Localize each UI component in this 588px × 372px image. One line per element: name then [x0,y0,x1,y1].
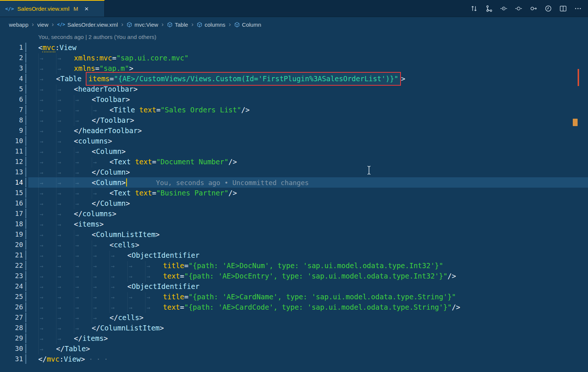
line-number[interactable]: 1 [0,42,24,53]
line-number[interactable]: 29 [0,333,24,343]
code-line-18[interactable]: 18→→<items> [0,219,588,229]
line-number[interactable]: 8 [0,115,24,125]
code-line-31[interactable]: 31</mvc:View>··· [0,354,588,364]
gutter-change-indicator [24,271,28,281]
code-line-24[interactable]: 24→→→→→<ObjectIdentifier [0,281,588,292]
tab-whitespace-arrow: → [145,303,163,313]
breadcrumb-item-columns[interactable]: columns [197,22,225,28]
line-number[interactable]: 11 [0,146,24,157]
line-number[interactable]: 5 [0,84,24,94]
code-line-16[interactable]: 16→→→</Column> [0,198,588,208]
line-number[interactable]: 23 [0,271,24,281]
code-token: title [163,261,184,270]
code-line-29[interactable]: 29→→</items> [0,333,588,343]
tab-whitespace-arrow: → [38,53,56,64]
toggle-file-blame-icon[interactable] [500,4,508,13]
code-line-28[interactable]: 28→→→</ColumnListItem> [0,323,588,333]
line-number[interactable]: 6 [0,94,24,105]
code-line-9[interactable]: 9→→</headerToolbar> [0,125,588,136]
line-number[interactable]: 13 [0,167,24,177]
code-line-6[interactable]: 6→→→<Toolbar> [0,94,588,105]
code-token: < [92,178,96,187]
line-number[interactable]: 21 [0,250,24,260]
toggle-file-heatmap-icon[interactable] [514,4,523,13]
code-line-11[interactable]: 11→→→<Column> [0,146,588,157]
breadcrumb-item-salesorder-view-xml[interactable]: </>SalesOrder.view.xml [57,22,118,28]
code-line-2[interactable]: 2→→xmlns:mvc="sap.ui.core.mvc" [0,53,588,63]
line-number[interactable]: 3 [0,63,24,73]
tab-whitespace-arrow: → [38,303,56,313]
code-line-14[interactable]: 14→→→<Column>You, seconds ago • Uncommit… [0,177,588,188]
tab-whitespace-arrow: → [92,282,110,292]
breadcrumb-item-mvc-view[interactable]: mvc:View [127,22,158,28]
tab-whitespace-arrow: → [38,85,56,95]
open-on-remote-icon[interactable] [529,4,538,13]
code-line-1[interactable]: 1<mvc:View [0,42,588,53]
code-token: < [38,43,42,52]
code-token: < [110,241,114,249]
line-number[interactable]: 31 [0,354,24,364]
line-number[interactable]: 28 [0,323,24,333]
line-number[interactable]: 17 [0,208,24,219]
code-line-22[interactable]: 22→→→→→→→title="{path: 'AE>DocNum', type… [0,260,588,271]
code-line-30[interactable]: 30→</Table> [0,343,588,354]
code-token: : [59,355,63,363]
gutter-change-indicator [24,292,28,302]
line-number[interactable]: 26 [0,302,24,312]
line-number[interactable]: 9 [0,125,24,136]
code-line-23[interactable]: 23→→→→→→→text="{path: 'AE>DocEntry', typ… [0,271,588,281]
line-number[interactable]: 14 [0,177,24,188]
code-line-12[interactable]: 12→→→→<Text text="Document Number"/> [0,157,588,167]
file-history-icon[interactable] [544,4,552,13]
breadcrumb-item-view[interactable]: view [37,22,48,28]
code-line-13[interactable]: 13→→→</Column> [0,167,588,177]
tab-salesorder-view-xml[interactable]: </> SalesOrder.view.xml M × [0,0,105,17]
code-editor[interactable]: You, seconds ago | 2 authors (You and ot… [0,32,588,364]
code-line-25[interactable]: 25→→→→→→→title="{path: 'AE>CardName', ty… [0,292,588,302]
code-line-7[interactable]: 7→→→→<Title text="Sales Orders List"/> [0,105,588,115]
breadcrumb-item-table[interactable]: Table [167,22,188,28]
code-line-15[interactable]: 15→→→→<Text text="Busines Partner"/> [0,188,588,198]
line-number[interactable]: 15 [0,188,24,198]
code-content: →→→</ColumnListItem> [28,323,588,333]
line-number[interactable]: 2 [0,53,24,63]
line-number[interactable]: 30 [0,343,24,354]
code-token: "{AE>/CustomViews/Views.Custom(Id='First… [114,75,398,83]
code-line-4[interactable]: 4→<Table items="{AE>/CustomViews/Views.C… [0,73,588,84]
tab-whitespace-arrow: → [92,292,110,303]
open-changes-icon[interactable] [470,4,478,13]
code-token: > [126,168,130,176]
code-line-17[interactable]: 17→→</columns> [0,208,588,219]
code-line-27[interactable]: 27→→→→</cells> [0,312,588,323]
code-line-8[interactable]: 8→→→</Toolbar> [0,115,588,125]
code-token: text [163,272,180,280]
code-token: < [92,147,96,155]
split-editor-icon[interactable] [559,4,567,13]
commit-graph-icon[interactable] [485,4,493,13]
code-token: > [126,95,130,103]
code-line-21[interactable]: 21→→→→→<ObjectIdentifier [0,250,588,260]
line-number[interactable]: 7 [0,105,24,115]
breadcrumb-item-column[interactable]: Column [234,22,261,28]
line-number[interactable]: 10 [0,136,24,146]
code-line-19[interactable]: 19→→→<ColumnListItem> [0,229,588,240]
breadcrumb-item-webapp[interactable]: webapp [9,22,29,28]
line-number[interactable]: 20 [0,240,24,250]
code-line-20[interactable]: 20→→→→<cells> [0,240,588,250]
more-actions-icon[interactable] [574,4,582,13]
line-number[interactable]: 12 [0,157,24,167]
line-number[interactable]: 18 [0,219,24,229]
close-tab-icon[interactable]: × [84,5,88,12]
code-line-26[interactable]: 26→→→→→→→text="{path: 'AE>CardCode', typ… [0,302,588,312]
code-line-5[interactable]: 5→→<headerToolbar> [0,84,588,94]
code-line-10[interactable]: 10→→<columns> [0,136,588,146]
line-number[interactable]: 27 [0,312,24,323]
line-number[interactable]: 16 [0,198,24,208]
line-number[interactable]: 22 [0,260,24,271]
line-number[interactable]: 25 [0,292,24,302]
code-token: </ [92,324,100,332]
line-number[interactable]: 19 [0,229,24,240]
code-token: > [130,116,134,124]
line-number[interactable]: 24 [0,281,24,292]
line-number[interactable]: 4 [0,73,24,84]
